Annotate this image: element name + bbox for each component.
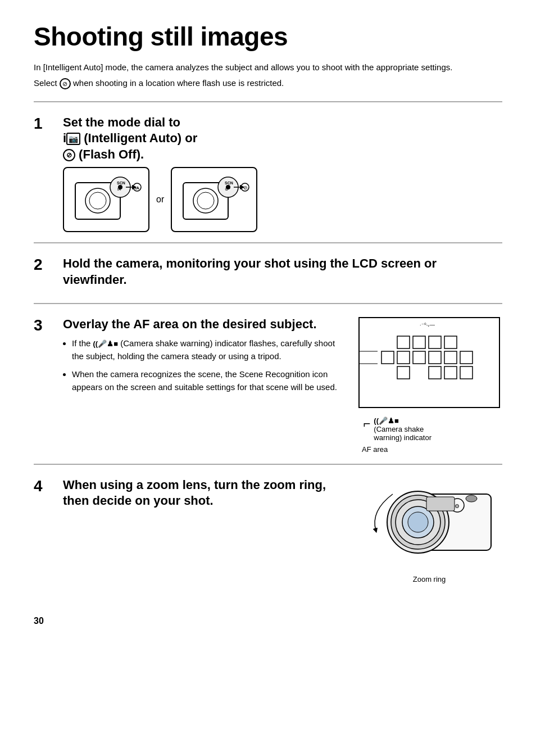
step-3-content: Overlay the AF area on the desired subje…: [63, 316, 502, 454]
svg-point-16: [226, 185, 230, 189]
af-area-svg: ·⁻⁰·ᵥ—: [358, 316, 501, 426]
flash-off-icon: ⊘: [60, 78, 71, 89]
or-text: or: [156, 194, 164, 205]
af-area-label: AF area: [356, 445, 388, 454]
svg-rect-20: [359, 318, 499, 408]
camera-dial-svg-right: SCN ⊘ ⊘: [178, 171, 251, 228]
step-4-layout: When using a zoom lens, turn the zoom ri…: [63, 477, 502, 583]
intro-select-text: Select: [34, 78, 60, 88]
step-2-content: Hold the camera, monitoring your shot us…: [63, 256, 502, 292]
svg-text:⊘: ⊘: [243, 185, 248, 191]
step-2-number: 2: [34, 256, 52, 273]
step-2: 2 Hold the camera, monitoring your shot …: [34, 242, 502, 302]
af-area-diagram: ·⁻⁰·ᵥ—: [358, 316, 501, 428]
svg-text:⚙: ⚙: [455, 503, 460, 509]
step-3-left: Overlay the AF area on the desired subje…: [63, 316, 339, 399]
step-1-title-flashoff: (Flash Off).: [75, 147, 144, 161]
step-1-title-intelligent: (Intelligent Auto) or: [80, 131, 197, 145]
svg-text:iA: iA: [135, 185, 139, 191]
intro-paragraph-1: In [Intelligent Auto] mode, the camera a…: [34, 61, 502, 74]
step-4-left: When using a zoom lens, turn the zoom ri…: [63, 477, 339, 514]
page-title: Shooting still images: [34, 22, 502, 51]
step-1-number: 1: [34, 115, 52, 132]
step-1: 1 Set the mode dial to i📷 (Intelligent A…: [34, 101, 502, 243]
step-3-bullet-2: When the camera recognizes the scene, th…: [72, 368, 339, 394]
dial-image-right: SCN ⊘ ⊘: [171, 167, 257, 232]
step-2-title: Hold the camera, monitoring your shot us…: [63, 256, 502, 288]
intro-paragraph-2: Select ⊘ when shooting in a location whe…: [34, 77, 502, 90]
step-4-title: When using a zoom lens, turn the zoom ri…: [63, 477, 339, 509]
zoom-ring-label: Zoom ring: [413, 575, 446, 583]
step-3-bullets: If the ((🎤♟■ (Camera shake warning) indi…: [72, 337, 339, 393]
step-3-right: ·⁻⁰·ᵥ—: [356, 316, 502, 454]
step-4: 4 When using a zoom lens, turn the zoom …: [34, 464, 502, 594]
step-1-content: Set the mode dial to i📷 (Intelligent Aut…: [63, 115, 502, 233]
svg-point-43: [408, 512, 428, 532]
step-1-images: SCN iA iA or: [63, 167, 502, 232]
camera-shake-icon-inline: ((🎤♟■: [93, 339, 119, 348]
intro-suffix-text: when shooting in a location where flash …: [73, 78, 284, 88]
svg-point-2: [89, 192, 106, 209]
svg-point-12: [197, 192, 214, 209]
page-number: 30: [34, 616, 502, 626]
step-1-title: Set the mode dial to i📷 (Intelligent Aut…: [63, 115, 502, 163]
step-3-title: Overlay the AF area on the desired subje…: [63, 316, 339, 333]
step-4-right: ⚙ Zoom ring: [356, 477, 502, 583]
step-3-layout: Overlay the AF area on the desired subje…: [63, 316, 502, 454]
camera-dial-svg-left: SCN iA iA: [70, 171, 143, 228]
camera-shake-label2: warning) indicator: [374, 433, 431, 442]
zoom-ring-svg: ⚙: [362, 477, 497, 573]
step-1-camera-icon: 📷: [66, 133, 80, 145]
step-4-content: When using a zoom lens, turn the zoom ri…: [63, 477, 502, 583]
svg-point-6: [118, 185, 122, 189]
svg-point-46: [466, 495, 477, 502]
step-4-number: 4: [34, 477, 52, 494]
svg-text:·⁻⁰·ᵥ—: ·⁻⁰·ᵥ—: [420, 322, 435, 328]
step-3: 3 Overlay the AF area on the desired sub…: [34, 303, 502, 464]
svg-text:SCN: SCN: [225, 181, 233, 185]
step-3-bullet-1: If the ((🎤♟■ (Camera shake warning) indi…: [72, 337, 339, 363]
step-1-flash-icon: ⊘: [63, 149, 75, 161]
step-3-number: 3: [34, 316, 52, 333]
svg-text:SCN: SCN: [117, 181, 125, 185]
step-3-body: If the ((🎤♟■ (Camera shake warning) indi…: [63, 337, 339, 393]
svg-rect-47: [426, 497, 455, 511]
step-1-title-line1: Set the mode dial to: [63, 115, 180, 129]
dial-image-left: SCN iA iA: [63, 167, 149, 232]
